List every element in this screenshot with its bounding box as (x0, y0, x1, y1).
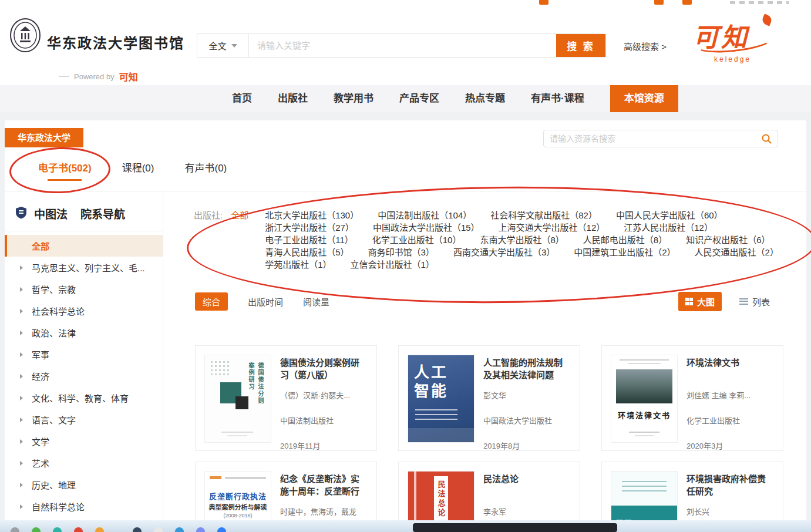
sidebar-tab-clc[interactable]: 中图法 (34, 206, 68, 221)
book-author: 刘佳嫕 主编 李莉... (687, 389, 773, 400)
view-large-button[interactable]: 大图 (678, 292, 722, 311)
publisher-filter-all[interactable]: 全部 (231, 209, 248, 221)
main-search-bar: 全文 搜 索 (197, 33, 606, 58)
taskbar-icon[interactable] (95, 527, 104, 532)
search-scope-select[interactable]: 全文 (197, 34, 249, 57)
sidebar-item[interactable]: 政治、法律 (5, 322, 163, 344)
book-title[interactable]: 纪念《反垄断法》实施十周年：反垄断行政... (280, 473, 367, 497)
publisher-filter[interactable]: 中国建筑工业出版社（2） (574, 246, 675, 258)
sidebar-item[interactable]: 哲学、宗教 (5, 278, 163, 300)
sidebar-item-all[interactable]: 全部 (5, 235, 163, 257)
publisher-filter[interactable]: 立信会计出版社（1） (351, 258, 435, 271)
book-card[interactable]: 人工 智能 人工智能的刑法规制及其相关法律问题 彭文华 中国政法大学出版社 20… (398, 345, 580, 451)
book-publisher: 中国政法大学出版社 (483, 415, 570, 426)
publisher-filter[interactable]: 商务印书馆（3） (368, 246, 435, 258)
sidebar-item[interactable]: 社会科学总论 (5, 300, 163, 322)
sort-comprehensive[interactable]: 综合 (195, 292, 228, 311)
main-nav: 首页 出版社 教学用书 产品专区 热点专题 有声书·课程 本馆资源 (0, 85, 811, 112)
book-title[interactable]: 环境损害政府补偿责任研究 (687, 473, 773, 497)
book-grid: 德国债法分则 案例研习 德国债法分则案例研习（第八版） （德）汉斯·约瑟夫...… (195, 345, 783, 532)
publisher-filter[interactable]: 浙江大学出版社（27） (265, 221, 354, 234)
sidebar-item[interactable]: 文学 (5, 430, 163, 452)
nav-item-publishers[interactable]: 出版社 (278, 85, 308, 112)
taskbar-group[interactable] (413, 523, 617, 532)
publisher-filter[interactable]: 西南交通大学出版社（3） (453, 246, 555, 258)
nav-item-teaching-books[interactable]: 教学用书 (334, 85, 373, 112)
publisher-filter[interactable]: 电子工业出版社（11） (265, 234, 354, 246)
publisher-filter[interactable]: 社会科学文献出版社（82） (490, 209, 597, 221)
advanced-search-link[interactable]: 高级搜索 > (624, 40, 667, 52)
publisher-filter[interactable]: 上海交通大学出版社（12） (499, 221, 605, 234)
publisher-row: 电子工业出版社（11） 化学工业出版社（10） 东南大学出版社（8） 人民邮电出… (265, 234, 779, 246)
book-card[interactable]: 德国债法分则 案例研习 德国债法分则案例研习（第八版） （德）汉斯·约瑟夫...… (195, 345, 377, 451)
publisher-row: 北京大学出版社（130） 中国法制出版社（104） 社会科学文献出版社（82） … (265, 209, 779, 221)
nav-item-product-zone[interactable]: 产品专区 (399, 85, 439, 112)
tab-audiobooks[interactable]: 有声书(0) (184, 160, 227, 181)
publisher-filter[interactable]: 中国政法大学出版社（15） (373, 221, 480, 234)
organization-tab[interactable]: 华东政法大学 (5, 128, 83, 147)
taskbar-icon[interactable] (11, 527, 19, 532)
caret-right-icon (20, 483, 23, 487)
book-title[interactable]: 民法总论 (483, 473, 570, 497)
taskbar-icon[interactable] (217, 527, 226, 532)
publisher-filter[interactable]: 中国人民大学出版社（60） (616, 209, 723, 221)
sidebar-item[interactable]: 经济 (5, 365, 163, 387)
publisher-filter[interactable]: 东南大学出版社（8） (480, 234, 564, 246)
publisher-filter[interactable]: 人民交通出版社（2） (695, 246, 779, 258)
sidebar-item[interactable]: 语言、文字 (5, 409, 163, 430)
view-list-button[interactable]: 列表 (739, 295, 770, 308)
tab-courses[interactable]: 课程(0) (122, 160, 154, 181)
publisher-filter[interactable]: 北京大学出版社（130） (265, 209, 359, 221)
browser-extension-icon[interactable] (539, 0, 548, 5)
browser-extension-icon[interactable] (682, 0, 692, 5)
sidebar-item[interactable]: 艺术 (5, 452, 163, 474)
caret-right-icon (20, 374, 23, 379)
publisher-filter[interactable]: 知识产权出版社（6） (686, 234, 770, 246)
browser-strip (0, 0, 811, 6)
publisher-filter[interactable]: 学苑出版社（1） (265, 258, 331, 271)
publisher-filter[interactable]: 青海人民出版社（5） (265, 246, 349, 258)
resource-search-input[interactable] (550, 134, 761, 143)
book-title[interactable]: 人工智能的刑法规制及其相关法律问题 (483, 356, 570, 381)
publisher-filter[interactable]: 江苏人民出版社（12） (624, 221, 713, 234)
search-button[interactable]: 搜 索 (556, 34, 605, 57)
taskbar-icon[interactable] (196, 527, 205, 532)
taskbar-icon[interactable] (74, 527, 83, 532)
book-title[interactable]: 德国债法分则案例研习（第八版） (280, 356, 367, 381)
sidebar-item-label: 哲学、宗教 (32, 283, 76, 295)
taskbar-icon[interactable] (133, 527, 142, 532)
nav-item-library-resources[interactable]: 本馆资源 (610, 85, 678, 112)
nav-item-audiobooks-courses[interactable]: 有声书·课程 (531, 85, 584, 112)
keledge-logo[interactable]: 可知 keledge (693, 16, 781, 75)
sidebar-item[interactable]: 文化、科学、教育、体育 (5, 387, 163, 409)
publisher-filter-list: 北京大学出版社（130） 中国法制出版社（104） 社会科学文献出版社（82） … (265, 209, 779, 271)
search-input[interactable] (249, 34, 556, 57)
book-card[interactable]: 环境法律文书 环境法律文书 刘佳嫕 主编 李莉... 化学工业出版社 2020年… (601, 345, 783, 451)
cover-footer (629, 432, 659, 437)
publisher-filter[interactable]: 中国法制出版社（104） (378, 209, 472, 221)
taskbar-icon[interactable] (175, 527, 184, 532)
book-author: 彭文华 (483, 389, 570, 400)
taskbar-icon[interactable] (53, 527, 62, 532)
publisher-filter[interactable]: 人民邮电出版社（8） (583, 234, 667, 246)
search-icon[interactable] (761, 133, 772, 144)
sort-read-count[interactable]: 阅读量 (303, 295, 329, 308)
sort-publish-time[interactable]: 出版时间 (248, 295, 283, 308)
sidebar-item[interactable]: 军事 (5, 344, 163, 365)
keledge-logo-subtext: keledge (714, 55, 751, 63)
taskbar-icon[interactable] (154, 527, 163, 532)
sidebar-item[interactable]: 马克思主义、列宁主义、毛... (5, 257, 163, 278)
page: 华东政法大学图书馆 Powered by 可知 全文 搜 索 高级搜索 > 可知… (0, 0, 811, 532)
browser-extension-icon[interactable] (654, 0, 664, 5)
caret-right-icon (20, 439, 23, 444)
tab-ebooks[interactable]: 电子书(502) (38, 160, 92, 181)
sort-bar: 综合 出版时间 阅读量 大图 列表 (195, 292, 770, 310)
sidebar-item[interactable]: 自然科学总论 (5, 496, 163, 517)
sidebar-item[interactable]: 历史、地理 (5, 474, 163, 496)
nav-item-home[interactable]: 首页 (232, 85, 252, 112)
publisher-filter[interactable]: 化学工业出版社（10） (372, 234, 462, 246)
sidebar-tab-departments[interactable]: 院系导航 (80, 206, 125, 221)
nav-item-hot-topics[interactable]: 热点专题 (465, 85, 505, 112)
taskbar-icon[interactable] (32, 527, 41, 532)
book-title[interactable]: 环境法律文书 (687, 356, 773, 381)
